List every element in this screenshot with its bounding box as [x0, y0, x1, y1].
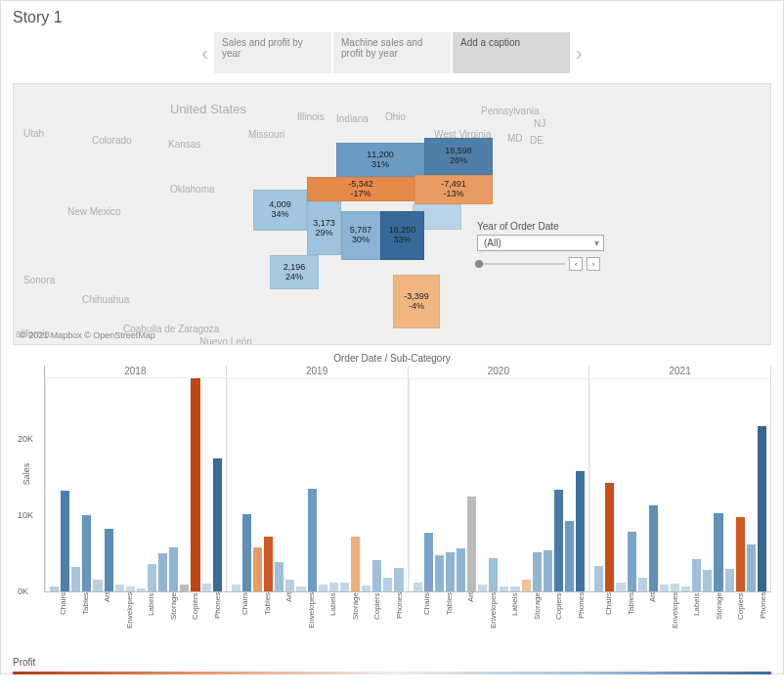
bar[interactable]	[191, 378, 199, 591]
bar[interactable]	[510, 586, 519, 591]
bar[interactable]	[242, 514, 251, 591]
state-florida[interactable]: -3,399-4%	[393, 275, 440, 328]
bar[interactable]	[137, 588, 146, 591]
nav-prev-icon[interactable]: ‹	[201, 42, 208, 65]
bar[interactable]	[435, 555, 444, 591]
bar[interactable]	[758, 426, 766, 591]
filter-select[interactable]: (All)	[477, 235, 604, 251]
bar[interactable]	[424, 533, 433, 591]
bar[interactable]	[671, 584, 679, 591]
bar[interactable]	[725, 569, 734, 591]
bar[interactable]	[414, 583, 422, 591]
x-category-label	[544, 592, 552, 651]
bar[interactable]	[736, 517, 745, 591]
bar[interactable]	[202, 584, 211, 591]
bar[interactable]	[82, 515, 91, 591]
bar[interactable]	[169, 547, 178, 591]
bar[interactable]	[351, 537, 360, 591]
bar[interactable]	[340, 583, 349, 591]
bar[interactable]	[457, 548, 465, 591]
bar[interactable]	[275, 562, 283, 591]
bar[interactable]	[544, 550, 552, 591]
bar[interactable]	[628, 532, 636, 591]
caption-tab[interactable]: Sales and profit by year	[214, 32, 331, 73]
state-tennessee[interactable]: -5,342-17%	[307, 177, 414, 201]
bar[interactable]	[478, 585, 487, 591]
state-georgia[interactable]: 16,25033%	[380, 211, 424, 260]
nav-next-icon[interactable]: ›	[576, 42, 583, 65]
bar[interactable]	[747, 544, 756, 591]
bar[interactable]	[296, 586, 305, 591]
bar[interactable]	[467, 497, 476, 591]
bar[interactable]	[61, 491, 69, 591]
bar[interactable]	[383, 578, 392, 591]
state-kentucky[interactable]: 11,20031%	[336, 143, 424, 177]
map-attribution: © 2021 Mapbox © OpenStreetMap	[20, 330, 155, 340]
bar[interactable]	[500, 586, 508, 591]
bar[interactable]	[285, 580, 294, 591]
bar[interactable]	[714, 513, 722, 591]
bar[interactable]	[180, 585, 189, 591]
bar[interactable]	[616, 583, 625, 591]
bar[interactable]	[605, 483, 614, 591]
map-bg-label: Nuevo León	[199, 336, 252, 345]
bar[interactable]	[681, 586, 690, 591]
bar[interactable]	[105, 529, 113, 591]
bar[interactable]	[703, 570, 712, 591]
filter-slider[interactable]: ‹ ›	[477, 257, 604, 271]
bar[interactable]	[576, 471, 585, 591]
bar[interactable]	[115, 585, 124, 591]
bar[interactable]	[446, 552, 455, 591]
legend-gradient: -$3,908 $4,308	[13, 672, 771, 674]
x-category-label: Labels	[692, 592, 701, 651]
x-category-label	[180, 592, 189, 651]
x-category-label	[70, 592, 79, 651]
y-axis-label: Sales	[22, 462, 31, 485]
state-arkansas[interactable]: 4,00934%	[253, 190, 307, 231]
bar[interactable]	[329, 583, 338, 591]
bar[interactable]	[126, 586, 135, 591]
map-viz[interactable]: United States UtahColoradoKansasMissouri…	[13, 83, 771, 345]
bar[interactable]	[649, 505, 658, 591]
map-bg-label: Kansas	[168, 139, 200, 150]
state-alabama[interactable]: 5,78730%	[341, 211, 380, 260]
bar[interactable]	[554, 490, 563, 591]
bar[interactable]	[308, 489, 317, 591]
bar[interactable]	[253, 547, 262, 591]
state-virginia[interactable]: 18,59826%	[424, 138, 493, 175]
bar[interactable]	[660, 585, 669, 591]
bar[interactable]	[158, 553, 167, 591]
bar[interactable]	[394, 568, 403, 591]
bar[interactable]	[93, 580, 102, 591]
bar[interactable]	[264, 537, 273, 591]
bar[interactable]	[533, 552, 542, 591]
state-louisiana[interactable]: 2,19624%	[270, 255, 319, 289]
caption-tab[interactable]: Add a caption	[453, 32, 570, 73]
slider-prev-icon[interactable]: ‹	[569, 257, 583, 271]
bar[interactable]	[565, 521, 574, 591]
bar[interactable]	[71, 567, 80, 591]
bar[interactable]	[692, 559, 701, 591]
bar[interactable]	[232, 585, 240, 591]
slider-next-icon[interactable]: ›	[587, 257, 600, 271]
state-north-carolina[interactable]: -7,491-13%	[414, 175, 493, 204]
bar[interactable]	[638, 578, 647, 591]
bar[interactable]	[489, 558, 498, 591]
map-bg-label: Indiana	[336, 113, 369, 124]
bar[interactable]	[362, 586, 370, 591]
state-mississippi[interactable]: 3,17329%	[307, 201, 341, 255]
bar[interactable]	[148, 564, 156, 591]
bar[interactable]	[319, 585, 327, 591]
map-bg-label: DE	[530, 135, 544, 146]
bar[interactable]	[213, 458, 222, 591]
x-category-label: Phones	[213, 592, 222, 651]
caption-tab[interactable]: Machine sales and profit by year	[333, 32, 451, 73]
bar[interactable]	[372, 560, 381, 591]
x-category-label: Copiers	[554, 592, 563, 651]
x-category-label: Storage	[351, 592, 360, 651]
bar[interactable]	[522, 580, 531, 591]
bar[interactable]	[594, 566, 603, 591]
x-category-label: Tables	[263, 592, 272, 651]
bar[interactable]	[50, 586, 59, 591]
bar-chart[interactable]: Order Date / Sub-Category Sales 0K10K20K…	[13, 353, 771, 662]
